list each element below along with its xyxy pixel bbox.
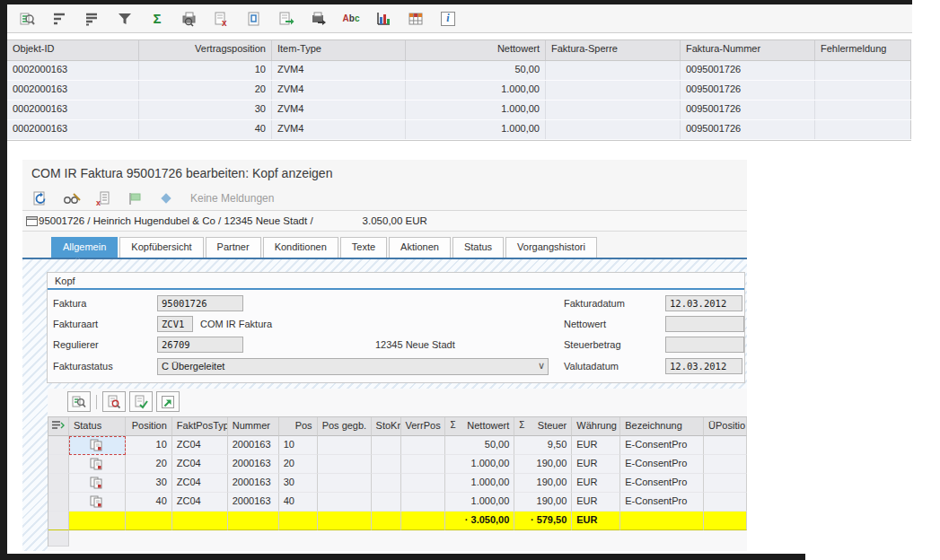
row-selector[interactable] [48,436,69,455]
cell-nettowert[interactable]: 1.000,00 [445,455,514,474]
cell-fehlermeldung[interactable] [815,81,911,100]
cell-pos[interactable]: 20 [279,455,318,474]
cell-pos[interactable]: 10 [279,436,318,455]
tab-allgemein[interactable]: Allgemein [51,237,118,258]
column-header[interactable]: Nummer [228,417,279,436]
cell-position[interactable]: 20 [126,455,172,474]
chevron-down-icon[interactable]: ∨ [538,360,545,372]
cell-position[interactable]: 10 [126,436,172,455]
cell-nettowert[interactable]: 1.000,00 [445,474,514,493]
cell-position[interactable]: 40 [126,493,172,512]
cell-faktpostyp[interactable]: ZC04 [172,493,228,512]
status-cell[interactable] [69,436,126,455]
cell-fehlermeldung[interactable] [815,61,911,80]
cell-vertragsposition[interactable]: 20 [139,81,272,100]
cell-bezeichnung[interactable]: E-ConsentPro [620,455,704,474]
send-document-icon[interactable] [277,9,296,29]
cell-fehlermeldung[interactable] [815,120,911,139]
cell-faktura-nummer[interactable]: 0095001726 [681,61,815,80]
cell-pos-gegb[interactable] [318,436,372,455]
cell-waehrung[interactable]: EUR [572,474,620,493]
column-header[interactable]: Vertragsposition [139,40,272,60]
cell-stoknz[interactable] [372,436,401,455]
status-cell[interactable] [69,455,126,474]
display-document-icon[interactable] [102,391,126,412]
column-header[interactable]: ΣNettowert [445,417,514,436]
cell-verrpos[interactable] [401,474,446,493]
cell-nummer[interactable]: 2000163 [228,493,279,512]
cell-nettowert[interactable]: 50,00 [445,436,514,455]
cell-faktpostyp[interactable]: ZC04 [172,436,228,455]
nettowert-field[interactable] [665,316,744,332]
column-header[interactable]: VerrPos [401,417,446,436]
cell-verrpos[interactable] [401,436,446,455]
table-row[interactable]: 0002000163 40 ZVM4 1.000,00 0095001726 [7,120,911,140]
column-header[interactable]: FaktPosTyp [172,417,228,436]
cell-faktura-nummer[interactable]: 0095001726 [681,81,815,100]
cell-ueposition[interactable] [704,436,747,455]
tab-texte[interactable]: Texte [340,237,387,258]
column-header[interactable]: Pos [279,417,318,436]
row-selector[interactable] [48,455,69,474]
column-header[interactable]: Nettowert [406,40,546,60]
cell-nettowert[interactable]: 1.000,00 [406,101,546,119]
tab-aktionen[interactable]: Aktionen [389,237,451,258]
tab-partner[interactable]: Partner [206,237,261,258]
cell-item-type[interactable]: ZVM4 [272,120,406,139]
column-header[interactable]: Fehlermeldung [815,40,911,60]
tab-status[interactable]: Status [452,237,504,258]
cell-steuer[interactable]: 9,50 [514,436,572,455]
cell-fehlermeldung[interactable] [815,101,911,119]
column-header[interactable]: Faktura-Nummer [681,40,815,60]
cell-vertragsposition[interactable]: 40 [139,120,272,139]
cell-faktura-sperre[interactable] [546,101,681,119]
column-header[interactable]: StoKnz [372,417,401,436]
cell-bezeichnung[interactable]: E-ConsentPro [620,493,704,512]
steuerbetrag-field[interactable] [665,337,744,353]
cell-steuer[interactable]: 190,00 [514,455,572,474]
status-cell[interactable] [69,474,126,493]
cell-faktura-sperre[interactable] [546,81,681,100]
cell-objekt-id[interactable]: 0002000163 [7,101,139,119]
cell-stoknz[interactable] [372,455,401,474]
cell-waehrung[interactable]: EUR [572,436,620,455]
tab-vorgangshistori[interactable]: Vorgangshistori [505,237,597,258]
cell-vertragsposition[interactable]: 10 [139,61,272,80]
cell-pos[interactable]: 40 [279,493,318,512]
cell-faktura-nummer[interactable]: 0095001726 [681,101,815,119]
cell-pos-gegb[interactable] [318,455,372,474]
cell-item-type[interactable]: ZVM4 [272,81,406,100]
copy-check-icon[interactable] [129,391,153,412]
column-header[interactable]: Position [126,417,172,436]
row-selector[interactable] [48,493,69,512]
info-icon[interactable]: i [438,9,458,29]
table-row[interactable]: 0002000163 20 ZVM4 1.000,00 0095001726 [7,81,911,101]
cell-faktura-sperre[interactable] [546,61,681,80]
cell-bezeichnung[interactable]: E-ConsentPro [620,436,704,455]
cell-stoknz[interactable] [372,493,401,512]
table-row[interactable]: 0002000163 30 ZVM4 1.000,00 0095001726 [7,101,911,120]
column-header[interactable]: Faktura-Sperre [546,40,681,60]
cell-ueposition[interactable] [704,474,747,493]
cell-verrpos[interactable] [401,493,446,512]
chart-icon[interactable] [373,9,393,29]
status-cell[interactable] [69,493,126,512]
cell-ueposition[interactable] [704,493,747,512]
cell-faktpostyp[interactable]: ZC04 [172,455,228,474]
column-header[interactable]: Item-Type [272,40,406,60]
filter-icon[interactable] [115,9,135,29]
cell-faktura-nummer[interactable]: 0095001726 [681,120,815,139]
column-header[interactable]: ÜPositio [704,417,747,436]
cell-faktpostyp[interactable]: ZC04 [172,474,228,493]
display-change-icon[interactable] [63,189,81,207]
select-all-icon[interactable] [48,417,69,436]
refresh-icon[interactable] [31,189,49,207]
cell-objekt-id[interactable]: 0002000163 [7,81,139,100]
cell-item-type[interactable]: ZVM4 [272,61,406,80]
cell-bezeichnung[interactable]: E-ConsentPro [620,474,704,493]
print-icon[interactable] [309,9,329,29]
cell-pos-gegb[interactable] [318,493,372,512]
column-header[interactable]: Währung [572,417,620,436]
cell-item-type[interactable]: ZVM4 [272,101,406,119]
cell-nettowert[interactable]: 1.000,00 [445,493,514,512]
